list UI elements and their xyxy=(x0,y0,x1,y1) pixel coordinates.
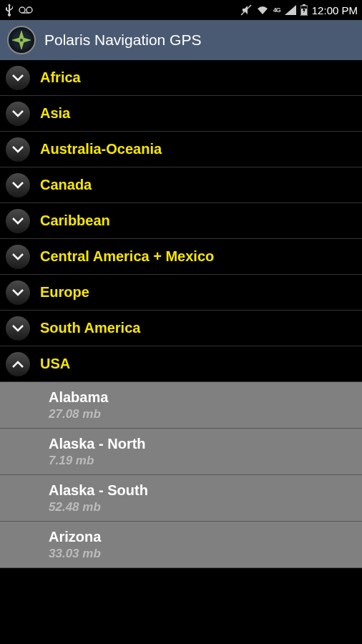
chevron-down-icon xyxy=(6,245,30,269)
svg-point-0 xyxy=(19,7,25,13)
chevron-down-icon xyxy=(6,66,30,90)
region-label: Europe xyxy=(40,284,89,301)
status-left xyxy=(4,4,33,16)
sub-item-name: Arizona xyxy=(49,527,356,546)
region-row-africa[interactable]: Africa xyxy=(0,60,362,96)
mute-icon xyxy=(240,4,252,16)
battery-icon xyxy=(300,4,308,16)
network-label: 4G xyxy=(273,6,280,14)
region-label: Africa xyxy=(40,69,81,86)
sub-row-arizona[interactable]: Arizona 33.03 mb xyxy=(0,522,362,568)
sub-row-alabama[interactable]: Alabama 27.08 mb xyxy=(0,382,362,429)
region-row-australia-oceania[interactable]: Australia-Oceania xyxy=(0,132,362,167)
region-row-south-america[interactable]: South America xyxy=(0,311,362,346)
region-row-caribbean[interactable]: Caribbean xyxy=(0,203,362,239)
svg-point-1 xyxy=(26,7,32,13)
app-header: Polaris Navigation GPS xyxy=(0,20,362,60)
chevron-up-icon xyxy=(6,352,30,376)
app-compass-icon xyxy=(7,26,36,54)
region-label: Asia xyxy=(40,105,70,122)
region-list: Africa Asia Australia-Oceania Canada Car… xyxy=(0,60,362,568)
voicemail-icon xyxy=(19,6,33,14)
usa-sub-list: Alabama 27.08 mb Alaska - North 7.19 mb … xyxy=(0,382,362,568)
sub-item-name: Alaska - South xyxy=(49,481,356,499)
region-row-central-america[interactable]: Central America + Mexico xyxy=(0,239,362,275)
region-label: Central America + Mexico xyxy=(40,248,214,265)
status-bar: 4G 12:00 PM xyxy=(0,0,362,20)
sub-item-size: 52.48 mb xyxy=(49,499,356,515)
status-right: 4G 12:00 PM xyxy=(240,4,358,16)
region-row-europe[interactable]: Europe xyxy=(0,275,362,311)
chevron-down-icon xyxy=(6,280,30,305)
network-4g-icon: 4G xyxy=(273,6,280,14)
sub-row-alaska-south[interactable]: Alaska - South 52.48 mb xyxy=(0,475,362,522)
sub-item-size: 7.19 mb xyxy=(49,453,356,469)
region-label: Caribbean xyxy=(40,213,110,229)
region-row-asia[interactable]: Asia xyxy=(0,96,362,132)
sub-item-size: 33.03 mb xyxy=(49,546,356,562)
svg-point-8 xyxy=(20,39,23,42)
region-label: Australia-Oceania xyxy=(40,141,162,157)
sub-row-alaska-north[interactable]: Alaska - North 7.19 mb xyxy=(0,429,362,475)
sub-item-name: Alabama xyxy=(49,388,356,406)
signal-icon xyxy=(285,5,296,15)
region-label: South America xyxy=(40,320,140,336)
region-label: USA xyxy=(40,356,70,372)
chevron-down-icon xyxy=(6,102,30,126)
region-row-usa[interactable]: USA xyxy=(0,346,362,382)
sub-item-size: 27.08 mb xyxy=(49,406,356,422)
usb-icon xyxy=(4,4,14,16)
chevron-down-icon xyxy=(6,209,30,233)
chevron-down-icon xyxy=(6,316,30,341)
wifi-icon xyxy=(256,5,269,15)
region-row-canada[interactable]: Canada xyxy=(0,167,362,203)
region-label: Canada xyxy=(40,177,92,193)
sub-item-name: Alaska - North xyxy=(49,434,356,453)
chevron-down-icon xyxy=(6,173,30,197)
status-time: 12:00 PM xyxy=(312,4,358,16)
chevron-down-icon xyxy=(6,137,30,162)
app-title: Polaris Navigation GPS xyxy=(44,31,201,49)
